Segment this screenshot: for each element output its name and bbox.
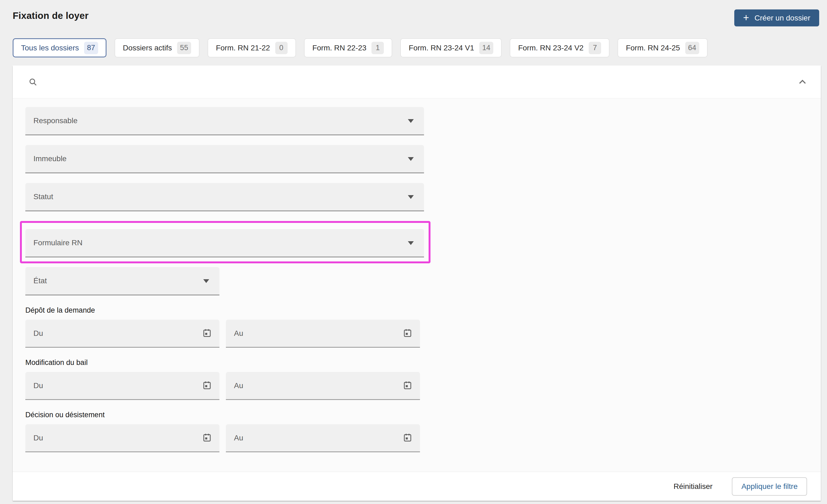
tab-dossiers-actifs[interactable]: Dossiers actifs 55 xyxy=(114,38,199,57)
dropdown-arrow-icon xyxy=(408,119,414,123)
statut-label: Statut xyxy=(34,192,53,201)
filter-panel: Responsable Immeuble Statut Formulaire R… xyxy=(13,65,821,501)
tab-form-rn-23-24-v2[interactable]: Form. RN 23-24 V2 7 xyxy=(510,38,610,57)
tab-label: Form. RN 21-22 xyxy=(216,44,270,52)
formulaire-rn-select[interactable]: Formulaire RN xyxy=(25,229,424,257)
search-icon xyxy=(28,78,38,87)
create-dossier-button[interactable]: + Créer un dossier xyxy=(734,9,819,27)
plus-icon: + xyxy=(743,12,749,22)
tab-form-rn-22-23[interactable]: Form. RN 22-23 1 xyxy=(304,38,392,57)
modification-date-to-input[interactable]: Au xyxy=(226,372,420,400)
immeuble-label: Immeuble xyxy=(34,154,66,163)
date-from-placeholder: Du xyxy=(34,382,43,390)
tab-form-rn-24-25[interactable]: Form. RN 24-25 64 xyxy=(618,38,708,57)
apply-filter-button[interactable]: Appliquer le filtre xyxy=(732,477,807,496)
decision-section-label: Décision ou désistement xyxy=(25,411,808,419)
calendar-icon[interactable] xyxy=(403,328,412,339)
search-bar xyxy=(13,65,821,98)
immeuble-select[interactable]: Immeuble xyxy=(25,145,424,173)
decision-date-to-input[interactable]: Au xyxy=(226,424,420,452)
date-to-placeholder: Au xyxy=(234,434,243,442)
tab-count-badge: 1 xyxy=(372,42,384,54)
tab-form-rn-23-24-v1[interactable]: Form. RN 23-24 V1 14 xyxy=(400,38,502,57)
tab-count-badge: 64 xyxy=(685,42,699,54)
tab-form-rn-21-22[interactable]: Form. RN 21-22 0 xyxy=(207,38,296,57)
tab-count-badge: 0 xyxy=(275,42,288,54)
filter-footer: Réinitialiser Appliquer le filtre xyxy=(13,472,821,501)
dropdown-arrow-icon xyxy=(408,241,414,245)
page-header: Fixation de loyer + Créer un dossier xyxy=(0,0,827,38)
decision-date-from-input[interactable]: Du xyxy=(25,424,220,452)
page-title: Fixation de loyer xyxy=(13,10,89,21)
date-range-depot: Dépôt de la demande Du Au xyxy=(25,306,808,348)
create-dossier-label: Créer un dossier xyxy=(755,14,810,22)
reset-button[interactable]: Réinitialiser xyxy=(674,482,713,491)
calendar-icon[interactable] xyxy=(202,328,212,339)
tab-count-badge: 7 xyxy=(589,42,601,54)
calendar-icon[interactable] xyxy=(202,380,212,391)
tab-label: Form. RN 24-25 xyxy=(626,44,680,52)
filter-body: Responsable Immeuble Statut Formulaire R… xyxy=(13,98,821,472)
depot-section-label: Dépôt de la demande xyxy=(25,306,808,314)
formulaire-rn-highlight: Formulaire RN xyxy=(20,221,431,263)
modification-date-from-input[interactable]: Du xyxy=(25,372,220,400)
statut-select[interactable]: Statut xyxy=(25,183,424,211)
tab-label: Form. RN 22-23 xyxy=(312,44,367,52)
tab-label: Form. RN 23-24 V2 xyxy=(518,44,584,52)
responsable-select[interactable]: Responsable xyxy=(25,107,424,135)
date-from-placeholder: Du xyxy=(34,329,43,338)
date-from-placeholder: Du xyxy=(34,434,43,442)
tab-count-badge: 87 xyxy=(84,42,98,54)
chevron-up-icon xyxy=(798,78,807,86)
formulaire-rn-label: Formulaire RN xyxy=(34,239,83,247)
dropdown-arrow-icon xyxy=(203,279,209,283)
date-range-decision: Décision ou désistement Du Au xyxy=(25,411,808,452)
depot-date-from-input[interactable]: Du xyxy=(25,320,220,348)
tab-label: Form. RN 23-24 V1 xyxy=(409,44,474,52)
dossier-tabs: Tous les dossiers 87 Dossiers actifs 55 … xyxy=(13,38,827,57)
date-range-modification: Modification du bail Du Au xyxy=(25,358,808,400)
calendar-icon[interactable] xyxy=(202,433,212,443)
tab-tous-les-dossiers[interactable]: Tous les dossiers 87 xyxy=(13,38,106,57)
etat-select[interactable]: État xyxy=(25,267,220,295)
collapse-filter-button[interactable] xyxy=(798,78,807,86)
dropdown-arrow-icon xyxy=(408,195,414,199)
tab-count-badge: 14 xyxy=(479,42,493,54)
tab-count-badge: 55 xyxy=(177,42,191,54)
depot-date-to-input[interactable]: Au xyxy=(226,320,420,348)
etat-label: État xyxy=(34,276,47,285)
date-to-placeholder: Au xyxy=(234,329,243,338)
tab-label: Tous les dossiers xyxy=(21,44,79,52)
dropdown-arrow-icon xyxy=(408,157,414,161)
modification-section-label: Modification du bail xyxy=(25,358,808,367)
search-input[interactable] xyxy=(45,74,798,90)
date-to-placeholder: Au xyxy=(234,382,243,390)
tab-label: Dossiers actifs xyxy=(123,44,172,52)
calendar-icon[interactable] xyxy=(403,433,412,443)
responsable-label: Responsable xyxy=(34,116,77,125)
calendar-icon[interactable] xyxy=(403,380,412,391)
